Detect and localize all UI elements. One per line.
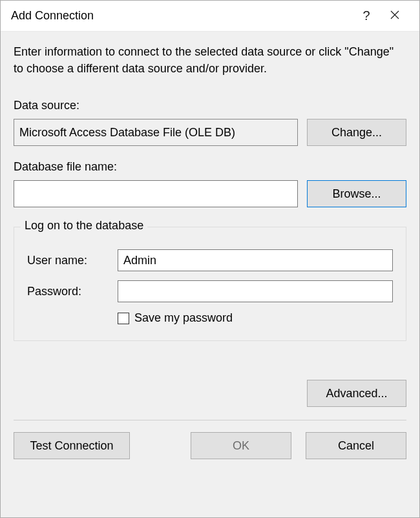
- save-password-checkbox[interactable]: [118, 313, 129, 324]
- advanced-button[interactable]: Advanced...: [307, 380, 406, 407]
- save-password-label: Save my password: [134, 311, 233, 325]
- password-input[interactable]: [118, 280, 393, 302]
- dialog-body: Enter information to connect to the sele…: [1, 32, 419, 517]
- logon-group: Log on to the database User name: Passwo…: [14, 227, 406, 341]
- username-input[interactable]: [118, 249, 393, 271]
- save-password-row: Save my password: [118, 311, 393, 325]
- intro-text: Enter information to connect to the sele…: [14, 43, 406, 77]
- username-row: User name:: [27, 249, 393, 271]
- username-label: User name:: [27, 254, 118, 267]
- password-field[interactable]: [123, 281, 387, 302]
- cancel-button[interactable]: Cancel: [306, 432, 406, 459]
- dialog-title: Add Connection: [11, 9, 352, 23]
- username-field[interactable]: [123, 250, 387, 271]
- password-label: Password:: [27, 285, 118, 298]
- help-button[interactable]: ?: [352, 8, 381, 23]
- password-row: Password:: [27, 280, 393, 302]
- db-file-row: Browse...: [14, 180, 406, 207]
- db-file-label: Database file name:: [14, 160, 406, 174]
- close-icon: [390, 10, 399, 19]
- db-file-input[interactable]: [14, 180, 298, 207]
- close-button[interactable]: [381, 9, 409, 23]
- test-connection-button[interactable]: Test Connection: [14, 432, 130, 459]
- data-source-value: Microsoft Access Database File (OLE DB): [14, 119, 298, 146]
- data-source-label: Data source:: [14, 99, 406, 112]
- titlebar: Add Connection ?: [1, 1, 419, 32]
- browse-button[interactable]: Browse...: [307, 180, 406, 207]
- data-source-row: Microsoft Access Database File (OLE DB) …: [14, 119, 406, 146]
- db-file-field[interactable]: [19, 181, 292, 207]
- advanced-row: Advanced...: [14, 380, 406, 407]
- ok-button[interactable]: OK: [191, 432, 291, 459]
- change-button[interactable]: Change...: [307, 119, 406, 146]
- logon-legend: Log on to the database: [21, 219, 147, 233]
- add-connection-dialog: Add Connection ? Enter information to co…: [0, 0, 420, 518]
- divider: [14, 420, 406, 420]
- footer: Test Connection OK Cancel: [14, 432, 406, 459]
